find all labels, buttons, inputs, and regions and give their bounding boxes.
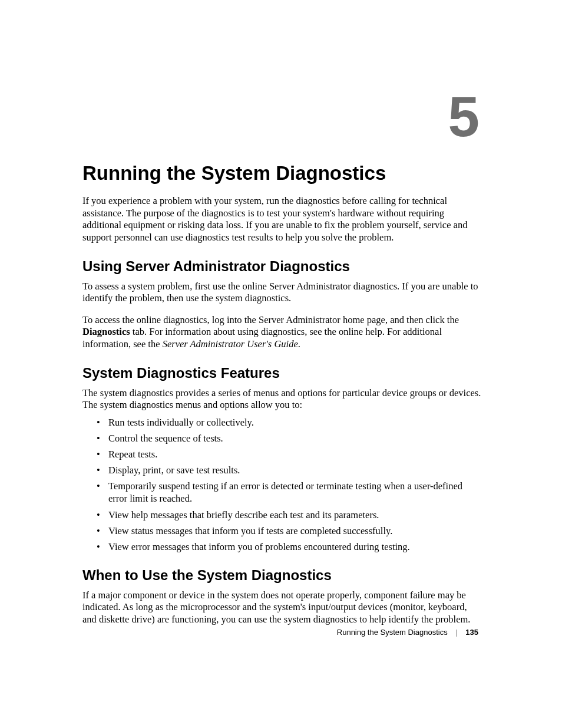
chapter-title: Running the System Diagnostics [82, 162, 483, 185]
feature-item: View help messages that briefly describe… [108, 509, 483, 521]
feature-item: Run tests individually or collectively. [108, 416, 483, 429]
section-heading-using: Using Server Administrator Diagnostics [82, 258, 483, 275]
when-p1: If a major component or device in the sy… [82, 589, 483, 626]
feature-item: View error messages that inform you of p… [108, 541, 483, 553]
using-p1: To assess a system problem, first use th… [82, 281, 483, 305]
feature-item: Display, print, or save test results. [108, 464, 483, 476]
feature-item: Control the sequence of tests. [108, 432, 483, 444]
diagnostics-bold: Diagnostics [82, 326, 130, 337]
using-p2: To access the online diagnostics, log in… [82, 314, 483, 351]
section-heading-features: System Diagnostics Features [82, 365, 483, 381]
feature-item: Temporarily suspend testing if an error … [108, 480, 483, 505]
section-heading-when: When to Use the System Diagnostics [82, 567, 483, 584]
features-list: Run tests individually or collectively. … [82, 416, 483, 553]
footer-page-number: 135 [465, 628, 478, 637]
feature-item: View status messages that inform you if … [108, 525, 483, 537]
page-content: Running the System Diagnostics If you ex… [82, 83, 483, 635]
footer-title: Running the System Diagnostics [337, 628, 448, 637]
using-p2-a: To access the online diagnostics, log in… [82, 314, 459, 325]
page-footer: Running the System Diagnostics | 135 [337, 628, 478, 637]
using-p2-c: . [298, 338, 300, 350]
guide-italic: Server Administrator User's Guide [163, 338, 298, 350]
features-intro: The system diagnostics provides a series… [82, 387, 483, 411]
feature-item: Repeat tests. [108, 448, 483, 460]
intro-paragraph: If you experience a problem with your sy… [82, 195, 483, 244]
footer-divider: | [455, 628, 457, 637]
